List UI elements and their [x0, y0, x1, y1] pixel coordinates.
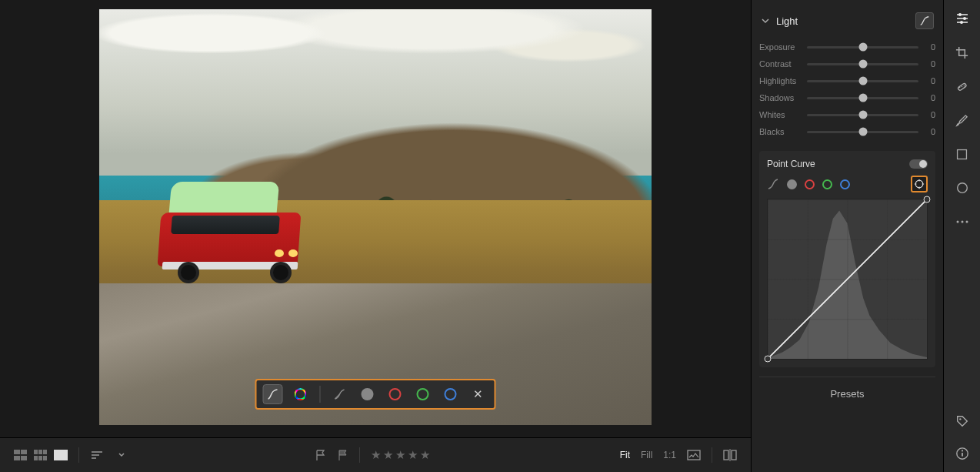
slider-track[interactable] — [807, 131, 918, 133]
sort-dropdown-button[interactable] — [118, 451, 125, 459]
grid-view-large-button[interactable] — [14, 450, 28, 460]
radial-gradient-tool-button[interactable] — [955, 180, 970, 196]
star-icon[interactable]: ★ — [408, 448, 418, 462]
zoom-1to1-button[interactable]: 1:1 — [663, 450, 676, 460]
green-channel-icon — [417, 388, 429, 400]
slider-value: 0 — [925, 93, 935, 102]
detail-view-button[interactable] — [54, 450, 68, 460]
shadows-slider[interactable]: Shadows 0 — [759, 89, 935, 106]
red-channel-button[interactable] — [805, 179, 815, 189]
crop-tool-button[interactable] — [955, 45, 970, 60]
blue-channel-icon — [445, 388, 457, 400]
green-channel-button[interactable] — [822, 179, 832, 189]
keywords-button[interactable] — [955, 413, 970, 429]
zoom-fill-button[interactable]: Fill — [641, 450, 652, 460]
highlights-slider[interactable]: Highlights 0 — [759, 72, 935, 89]
slider-label: Highlights — [759, 76, 801, 85]
star-icon[interactable]: ★ — [371, 448, 381, 462]
red-channel-button[interactable] — [385, 384, 405, 404]
luminance-channel-button[interactable] — [787, 179, 797, 189]
svg-point-3 — [963, 17, 966, 20]
slider-value: 0 — [925, 42, 935, 52]
presets-button[interactable]: Presets — [759, 377, 935, 410]
svg-point-8 — [964, 85, 965, 86]
tone-curve-toggle-button[interactable] — [915, 12, 934, 29]
blue-channel-button[interactable] — [441, 384, 461, 404]
brush-icon — [955, 113, 969, 128]
curve-point-white[interactable] — [924, 196, 931, 203]
close-icon: ✕ — [473, 387, 483, 401]
slider-track[interactable] — [807, 46, 918, 49]
brush-tool-button[interactable] — [955, 112, 970, 128]
info-button[interactable] — [955, 446, 970, 461]
svg-line-1 — [768, 199, 927, 359]
slider-label: Whites — [759, 110, 801, 119]
linear-gradient-tool-button[interactable] — [955, 146, 970, 162]
tool-rail — [943, 0, 980, 472]
linear-gradient-icon — [955, 148, 968, 161]
point-curve-title: Point Curve — [767, 159, 815, 169]
svg-point-0 — [915, 180, 923, 188]
parametric-curve-button[interactable] — [330, 384, 350, 404]
point-curve-plot[interactable] — [767, 199, 928, 360]
more-icon — [955, 219, 969, 225]
light-section-header[interactable]: Light — [759, 6, 935, 35]
flag-reject-button[interactable] — [337, 449, 348, 461]
lum-channel-icon — [362, 388, 374, 400]
zoom-fit-button[interactable]: Fit — [620, 450, 630, 460]
tag-icon — [955, 414, 969, 428]
canvas-area[interactable]: ✕ — [0, 0, 751, 437]
parametric-curve-button[interactable] — [767, 178, 779, 190]
sort-icon — [90, 450, 107, 460]
slider-track[interactable] — [807, 97, 918, 99]
svg-point-2 — [958, 13, 962, 16]
curve-point-black[interactable] — [765, 356, 772, 363]
blacks-slider[interactable]: Blacks 0 — [759, 123, 935, 140]
slider-value: 0 — [925, 76, 935, 85]
compare-view-button[interactable] — [723, 449, 737, 461]
tone-curve-mode-button[interactable] — [263, 384, 283, 404]
star-icon[interactable]: ★ — [420, 448, 430, 462]
light-sliders-group: Exposure 0 Contrast 0 Highlights 0 Shado… — [759, 35, 935, 151]
star-icon[interactable]: ★ — [383, 448, 393, 462]
edit-tool-button[interactable] — [955, 11, 970, 26]
photo-preview[interactable]: ✕ — [99, 9, 652, 425]
show-original-icon — [687, 450, 701, 460]
svg-point-11 — [956, 221, 958, 223]
slider-track[interactable] — [807, 63, 918, 65]
exposure-slider[interactable]: Exposure 0 — [759, 38, 935, 55]
hue-wheel-icon — [295, 388, 307, 400]
svg-point-14 — [959, 418, 961, 420]
show-original-button[interactable] — [687, 450, 701, 460]
target-adjustment-button[interactable] — [911, 176, 928, 192]
svg-point-13 — [965, 221, 968, 223]
star-rating[interactable]: ★ ★ ★ ★ ★ — [371, 448, 430, 462]
curve-line — [768, 199, 927, 359]
separator — [320, 386, 321, 403]
svg-point-6 — [959, 86, 961, 88]
grid-view-small-button[interactable] — [34, 450, 48, 460]
more-tools-button[interactable] — [955, 214, 970, 229]
contrast-slider[interactable]: Contrast 0 — [759, 55, 935, 72]
curve-icon — [267, 388, 279, 400]
whites-slider[interactable]: Whites 0 — [759, 106, 935, 123]
point-curve-toggle[interactable] — [909, 159, 928, 169]
close-toolbar-button[interactable]: ✕ — [468, 384, 488, 404]
slider-track[interactable] — [807, 114, 918, 116]
svg-point-4 — [960, 21, 963, 24]
sort-button[interactable] — [90, 450, 107, 460]
svg-point-10 — [957, 183, 967, 193]
star-icon[interactable]: ★ — [395, 448, 405, 462]
luminance-channel-button[interactable] — [358, 384, 378, 404]
slider-track[interactable] — [807, 80, 918, 82]
hue-mode-button[interactable] — [291, 384, 311, 404]
light-section-title: Light — [776, 15, 909, 27]
slider-value: 0 — [925, 127, 935, 136]
flag-pick-button[interactable] — [315, 449, 326, 461]
healing-tool-button[interactable] — [955, 79, 970, 94]
blue-channel-button[interactable] — [840, 179, 850, 189]
slider-value: 0 — [925, 59, 935, 69]
svg-rect-20 — [732, 450, 736, 460]
compare-icon — [723, 449, 737, 461]
green-channel-button[interactable] — [413, 384, 433, 404]
